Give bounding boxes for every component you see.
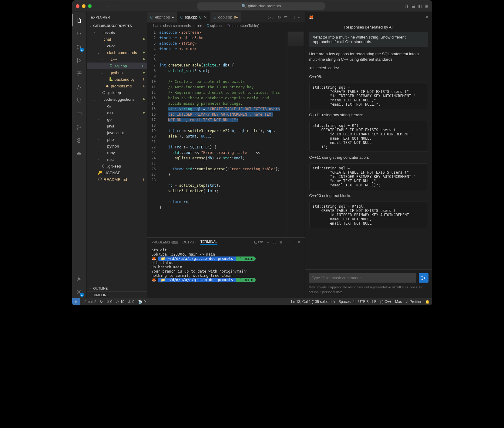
ai-close-icon[interactable]: ✕ [425, 15, 428, 19]
status-errors[interactable]: ⊘ 0 [106, 300, 113, 304]
tree-item-java[interactable]: ›java [87, 123, 147, 129]
breadcrumb[interactable]: chat›slash-commands›c++›C sql.cpp›⬡ crea… [147, 22, 305, 29]
breadcrumb-item[interactable]: c++ [196, 24, 202, 28]
tree-item-c-[interactable]: ›c# [87, 103, 147, 109]
panel-tab-output[interactable]: OUTPUT [183, 240, 196, 244]
tree-item-ci-cd[interactable]: ›ci-cd [87, 42, 147, 49]
activity-account[interactable] [72, 273, 86, 285]
status-remote[interactable]: ⟩⟨ [72, 298, 80, 305]
minimap[interactable] [287, 29, 305, 237]
tree-item--gitkeep[interactable]: ⬡.gitkeep [87, 89, 147, 96]
tree-item-README-md[interactable]: ⓘREADME.md7 [87, 176, 147, 183]
status-lang[interactable]: { } C++ [380, 300, 391, 304]
nav-forward-icon[interactable]: → [114, 4, 118, 8]
breadcrumb-item[interactable]: slash-commands [163, 24, 191, 28]
activity-run[interactable] [72, 54, 86, 66]
activity-ansible[interactable] [72, 134, 86, 147]
tree-item-python[interactable]: ›python [87, 143, 147, 149]
layout-customize-icon[interactable]: ▦ [425, 4, 428, 8]
tree-item-sql-cpp[interactable]: Csql.cppU [87, 63, 147, 69]
tree-item-code-suggestions[interactable]: ⌄code-suggestions [87, 96, 147, 103]
tree-item-c-[interactable]: ⌄c++ [87, 56, 147, 63]
panel-tab-problems[interactable]: PROBLEMS28 [152, 240, 178, 244]
status-ports[interactable]: 📡 0 [138, 300, 146, 304]
code-content[interactable]: #include <iostream> #include <sqlite3.h>… [160, 29, 287, 237]
tree-item-slash-commands[interactable]: ⌄slash-commands [87, 49, 147, 56]
terminal-kill-icon[interactable]: 🗑 [279, 240, 283, 245]
timeline-section[interactable]: ›TIMELINE [87, 291, 147, 298]
tab-oop-cpp[interactable]: Coop.cpp9+ [210, 12, 241, 22]
status-os[interactable]: Mac [395, 300, 402, 304]
activity-testing[interactable] [72, 81, 86, 93]
status-sync[interactable]: ↻ [100, 300, 103, 304]
panel-maximize-icon[interactable]: ⌃ [292, 240, 295, 245]
window-maximize[interactable] [88, 4, 92, 8]
activity-gitlab[interactable] [72, 94, 86, 107]
panel-tab-terminal[interactable]: TERMINAL [200, 240, 217, 245]
run-icon[interactable]: ▷⌄ [268, 15, 274, 19]
tree-item-rust[interactable]: ›rust [87, 156, 147, 163]
tree-item-prompts-md[interactable]: ◆prompts.md4 [87, 83, 147, 89]
status-formatter[interactable]: ✓ Prettier [405, 300, 421, 304]
breadcrumb-item[interactable]: chat [152, 24, 159, 28]
tree-item-assets[interactable]: ›assets [87, 29, 147, 36]
command-center[interactable]: 🔍 gitlab-duo-prompts [197, 2, 325, 10]
activity-scm[interactable]: 1 [72, 41, 86, 53]
compare-icon[interactable]: ⇄ [284, 15, 287, 19]
breadcrumb-item[interactable]: ⬡ createUserTable() [227, 24, 260, 28]
status-eol[interactable]: LF [372, 300, 376, 304]
terminal-shell[interactable]: ⟩_ zsh [254, 240, 263, 245]
status-spaces[interactable]: Spaces: 4 [338, 300, 354, 304]
ai-code-block[interactable]: std::string sql = "CREATE TABLE IF NOT E… [309, 83, 428, 109]
split-icon[interactable]: ▯▯ [291, 15, 295, 19]
code-editor[interactable]: 1234567891011121314151617181920212223242… [147, 29, 305, 237]
tree-item--gitkeep[interactable]: ⬡.gitkeep [87, 163, 147, 169]
layout-bottom-icon[interactable]: ⬓ [412, 4, 415, 8]
status-cursor[interactable]: Ln 13, Col 1 (135 selected) [291, 300, 335, 304]
activity-search[interactable] [72, 28, 86, 40]
tree-item-python[interactable]: ⌄python [87, 69, 147, 76]
tree-item-javascript[interactable]: ›javascript [87, 129, 147, 136]
ai-send-button[interactable] [419, 273, 428, 283]
explorer-root[interactable]: ⌄ GITLAB-DUO-PROMPTS [87, 22, 147, 29]
status-bell-icon[interactable]: 🔔 [425, 300, 430, 304]
status-branch[interactable]: ᛘ main* [84, 300, 96, 304]
outline-section[interactable]: ›OUTLINE [87, 285, 147, 291]
panel-more-icon-2[interactable]: ⋯ [286, 240, 289, 245]
tree-item-php[interactable]: ›php [87, 136, 147, 143]
settings-icon[interactable]: ⚙ [277, 15, 281, 19]
activity-explorer[interactable] [72, 14, 86, 26]
ai-code-block[interactable]: std::string sql = R"sql( CREATE TABLE IF… [309, 202, 428, 228]
layout-right-icon[interactable]: ◧ [418, 4, 422, 8]
tree-item-backend-py[interactable]: 🐍backend.py1 [87, 76, 147, 83]
ai-response-scroll[interactable]: /refactor into a multi-line written stri… [305, 32, 432, 269]
activity-docker[interactable] [72, 148, 86, 160]
breadcrumb-item[interactable]: C sql.cpp [207, 24, 222, 28]
ai-code-block[interactable]: std::string sql = "CREATE TABLE IF NOT E… [309, 163, 428, 190]
ai-code-block[interactable]: std::string sql = R"( CREATE TABLE IF NO… [309, 121, 428, 152]
status-encoding[interactable]: UTF-8 [358, 300, 368, 304]
tree-item-c-[interactable]: ›c++ [87, 109, 147, 116]
status-warnings[interactable]: ⚠ 19 [116, 300, 125, 304]
sidebar-more-icon[interactable]: ⋯ [139, 15, 143, 19]
tab-ebpf-cpp[interactable]: Cebpf.cpp● [147, 12, 177, 22]
window-close[interactable] [76, 4, 79, 8]
terminal-split-icon[interactable]: ▯▯ [273, 240, 276, 245]
terminal-content[interactable]: pts.git 66b75ba..32330c6 main -> main 🦊 … [147, 247, 305, 298]
more-icon[interactable]: ⋯ [298, 15, 302, 19]
tree-item-LICENSE[interactable]: 🔑LICENSE [87, 169, 147, 176]
tree-item-chat[interactable]: ⌄chat [87, 36, 147, 42]
window-minimize[interactable] [82, 4, 86, 8]
terminal-add-icon[interactable]: ＋ [266, 240, 270, 245]
panel-more-icon[interactable]: ⋯ [222, 240, 225, 244]
status-other-warnings[interactable]: ⚠ 9 [128, 300, 134, 304]
tree-item-ruby[interactable]: ›ruby [87, 149, 147, 156]
activity-git-graph[interactable] [72, 121, 86, 133]
activity-extensions[interactable] [72, 68, 86, 80]
ai-input[interactable] [309, 273, 416, 283]
tab-sql-cpp[interactable]: Csql.cppU✕ [177, 12, 210, 22]
tree-item-go[interactable]: ›go [87, 116, 147, 123]
panel-close-icon[interactable]: ✕ [298, 240, 301, 245]
activity-remote[interactable] [72, 108, 86, 120]
activity-settings[interactable]: 1 [72, 286, 86, 298]
